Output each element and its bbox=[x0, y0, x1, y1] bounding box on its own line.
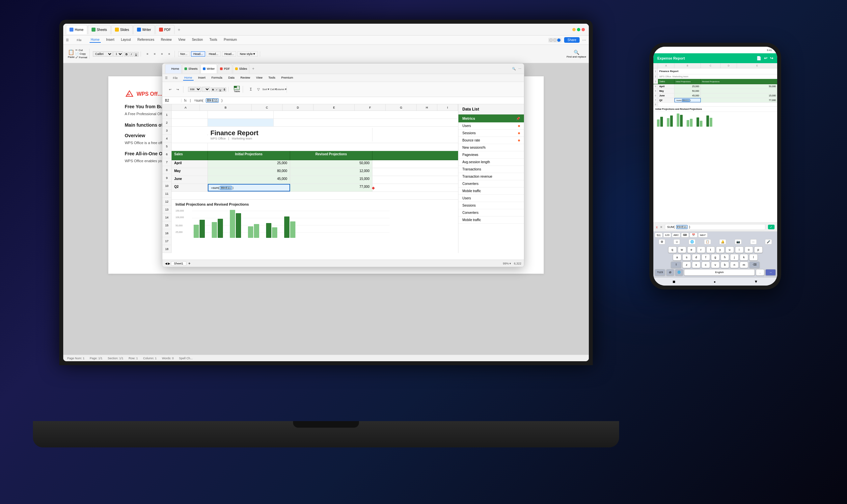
underline-button[interactable]: U bbox=[134, 52, 139, 57]
cell-empty-13[interactable] bbox=[172, 192, 458, 199]
menu-section[interactable]: Section bbox=[191, 37, 204, 43]
sheets-search-icon[interactable]: 🔍 bbox=[512, 67, 516, 70]
justify-button[interactable]: ≡ bbox=[166, 51, 173, 57]
phone-formula-input[interactable]: SUM( E9:E11 ) bbox=[665, 224, 765, 230]
phone-cell-title[interactable]: Finance Report bbox=[658, 69, 777, 73]
cell-june-revised[interactable]: 15,000 bbox=[290, 176, 373, 184]
key-e[interactable]: e bbox=[687, 247, 696, 253]
key-at[interactable]: @ bbox=[666, 269, 674, 276]
header-initial[interactable]: Initial Projections bbox=[208, 151, 290, 160]
key-i[interactable]: i bbox=[735, 247, 744, 253]
cell-april-revised[interactable]: 50,000 bbox=[290, 160, 373, 168]
phone-formula-x[interactable]: x bbox=[656, 226, 658, 229]
sheets-menu-tools[interactable]: Tools bbox=[267, 75, 277, 80]
special-globe[interactable]: 🌐 bbox=[689, 239, 695, 245]
cell-june-initial[interactable]: 45,000 bbox=[208, 176, 290, 184]
phone-april-revised[interactable]: 50,000 bbox=[701, 84, 777, 89]
paste-button[interactable]: 📋 Paste bbox=[68, 49, 74, 58]
key-n[interactable]: n bbox=[730, 262, 739, 268]
phone-header-initial[interactable]: Initial Projections bbox=[674, 79, 701, 84]
cell-q2-revised[interactable]: 77,000 ◆ bbox=[290, 184, 373, 192]
add-sheet-button[interactable]: + bbox=[188, 261, 191, 266]
phone-june-initial[interactable]: 45,000 bbox=[674, 93, 701, 98]
phone-redo-icon[interactable]: ↪ bbox=[770, 56, 773, 60]
special-notify[interactable]: 🔔 bbox=[719, 239, 726, 245]
key-t[interactable]: t bbox=[706, 247, 715, 253]
tab-slides[interactable]: Slides bbox=[111, 25, 133, 34]
key-num-toggle[interactable]: ?123 bbox=[655, 269, 665, 276]
cell-a3[interactable] bbox=[172, 134, 208, 136]
sheet1-tab[interactable]: Sheet1 bbox=[171, 261, 186, 266]
special-clipboard[interactable]: 📋 bbox=[704, 239, 711, 245]
sheets-font-size[interactable]: 11 bbox=[202, 87, 210, 92]
fn-tab[interactable]: tab↵ bbox=[698, 233, 707, 237]
phone-q2[interactable]: Q2 bbox=[658, 98, 674, 102]
menu-home[interactable]: Home bbox=[90, 37, 101, 43]
find-replace-button[interactable]: 🔍 Find and replace bbox=[567, 50, 586, 58]
cell-finance-title[interactable]: Finance Report WPS Office | Marketing te… bbox=[208, 128, 373, 142]
key-x[interactable]: x bbox=[692, 262, 701, 268]
tab-home[interactable]: Home bbox=[66, 25, 87, 34]
undo-button[interactable]: ↩ bbox=[167, 86, 174, 93]
copy-button[interactable]: 📄 Copy bbox=[75, 52, 87, 55]
key-k[interactable]: k bbox=[740, 254, 748, 260]
share-button[interactable]: Share bbox=[564, 37, 580, 43]
menu-layout[interactable]: Layout bbox=[120, 37, 132, 43]
phone-cell-8[interactable] bbox=[658, 103, 777, 106]
sheets-tab-writer[interactable]: Writer bbox=[201, 64, 217, 73]
special-more[interactable]: ··· bbox=[750, 239, 757, 245]
heading1-style[interactable]: Head... bbox=[191, 51, 205, 57]
sort-button[interactable]: Sort▼ bbox=[263, 86, 270, 93]
key-q[interactable]: q bbox=[668, 247, 677, 253]
header-revised[interactable]: Revised Projections bbox=[290, 151, 373, 160]
menu-view[interactable]: View bbox=[177, 37, 187, 43]
key-b[interactable]: b bbox=[721, 262, 729, 268]
sheets-more-icon[interactable]: ⋯ bbox=[518, 67, 521, 70]
hamburger-icon[interactable]: ☰ bbox=[66, 38, 69, 42]
cell-q2-rest[interactable] bbox=[373, 184, 458, 192]
key-f[interactable]: f bbox=[702, 254, 710, 260]
special-camera[interactable]: 📷 bbox=[735, 239, 742, 245]
sheets-menu-premium[interactable]: Premium bbox=[280, 75, 294, 80]
phone-header-revised[interactable]: Revised Projections bbox=[701, 79, 777, 84]
sheets-menu-formula[interactable]: Formula bbox=[210, 75, 224, 80]
filter-icon[interactable]: ▽ bbox=[255, 86, 262, 93]
sheets-menu-review[interactable]: Review bbox=[239, 75, 252, 80]
font-size-select[interactable]: 12 bbox=[113, 51, 123, 57]
key-z[interactable]: z bbox=[682, 262, 691, 268]
table-insert-group[interactable]: Table bbox=[231, 86, 243, 93]
italic-button[interactable]: I bbox=[130, 52, 133, 57]
key-h[interactable]: h bbox=[721, 254, 729, 260]
phone-june[interactable]: June bbox=[658, 93, 674, 98]
sheets-hamburger[interactable]: ☰ bbox=[165, 76, 168, 79]
key-a[interactable]: a bbox=[673, 254, 681, 260]
phone-note-icon[interactable]: 📄 bbox=[757, 56, 761, 60]
phone-cell-subtitle[interactable]: WPS Office Marketing team bbox=[658, 75, 777, 78]
cell-june-label[interactable]: June bbox=[172, 176, 208, 184]
special-mic[interactable]: 🎤 bbox=[765, 239, 772, 245]
font-select[interactable]: Calibri bbox=[93, 51, 113, 57]
key-j[interactable]: j bbox=[730, 254, 739, 260]
format-button[interactable]: 🖊 Format bbox=[75, 56, 87, 59]
key-p[interactable]: p bbox=[754, 247, 763, 253]
tab-writer[interactable]: Writer bbox=[133, 25, 154, 34]
cell-q2-label[interactable]: Q2 bbox=[172, 184, 208, 192]
fn-keyboard[interactable]: ⌨ bbox=[681, 233, 689, 237]
menu-insert[interactable]: Insert bbox=[105, 37, 116, 43]
cell-q2-formula[interactable]: =sum( B9:E11 ) bbox=[208, 184, 290, 192]
header-sales[interactable]: Sales bbox=[172, 151, 208, 160]
key-w[interactable]: w bbox=[678, 247, 686, 253]
key-d[interactable]: d bbox=[692, 254, 701, 260]
sheets-menu-data[interactable]: Data bbox=[227, 75, 236, 80]
key-shift[interactable]: ⇧ bbox=[671, 262, 681, 268]
menu-premium[interactable]: Premium bbox=[222, 37, 238, 43]
cell-rest-4[interactable] bbox=[208, 143, 458, 151]
sheets-bold[interactable]: B bbox=[211, 88, 215, 92]
key-backspace[interactable]: ⌫ bbox=[749, 262, 760, 268]
cell-april-rest[interactable] bbox=[373, 160, 458, 168]
nav-prev-sheet[interactable]: ◀ bbox=[165, 262, 167, 265]
sheets-tab-home[interactable]: Home bbox=[165, 64, 182, 73]
phone-formula-check[interactable]: ✓ bbox=[768, 225, 775, 229]
cell-may-label[interactable]: May bbox=[172, 168, 208, 176]
new-style-button[interactable]: New style▼ bbox=[238, 51, 258, 57]
